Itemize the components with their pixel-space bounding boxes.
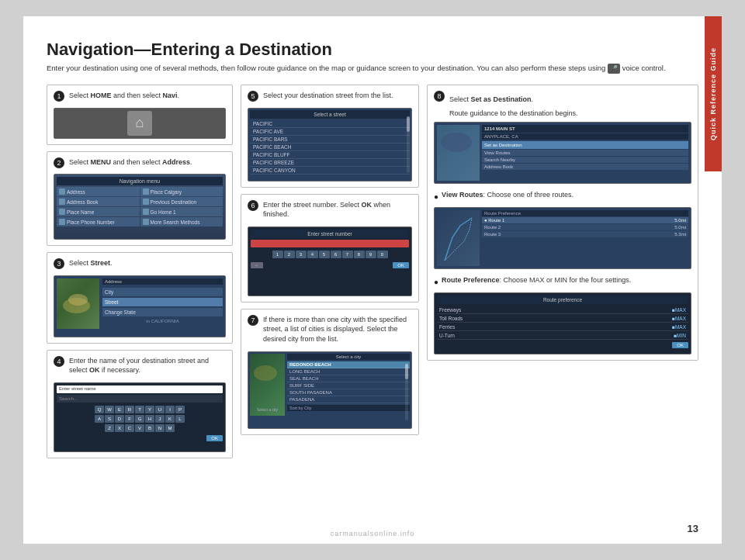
key-p[interactable]: P bbox=[175, 406, 185, 413]
route-item-1[interactable]: ● Route 15.0mi bbox=[482, 217, 688, 223]
step-8-box: 8 Select Set as Destination.Route guidan… bbox=[427, 85, 698, 361]
key-f[interactable]: F bbox=[125, 415, 134, 423]
step-7-box: 7 If there is more than one city with th… bbox=[241, 309, 419, 435]
city-surf-side[interactable]: SURF SIDE bbox=[287, 382, 410, 389]
street-item-6[interactable]: PACIFIC BREEZE bbox=[250, 159, 410, 167]
rp-ferries: Ferries ■MAX bbox=[437, 323, 688, 331]
key-d[interactable]: D bbox=[115, 415, 124, 423]
step-4-screen: Enter street name Search... Q W E R T Y … bbox=[54, 382, 226, 452]
key-c[interactable]: C bbox=[125, 424, 134, 432]
key-b[interactable]: B bbox=[145, 424, 154, 432]
step-2-number: 2 bbox=[54, 157, 64, 168]
nav-menu-grid: Address Place Calgary Address Book Previ… bbox=[57, 187, 223, 226]
destination-screen: 1214 MAIN ST ANYPLACE, CA Set as Destina… bbox=[434, 122, 691, 184]
key-z[interactable]: Z bbox=[105, 424, 114, 432]
city-seal-beach[interactable]: SEAL BEACH bbox=[287, 375, 410, 382]
scrollbar-thumb[interactable] bbox=[407, 116, 410, 132]
num-entry-title: Enter street number bbox=[251, 230, 409, 238]
keyboard-row-2: A S D F G H J K L bbox=[57, 415, 223, 423]
key-1[interactable]: 1 bbox=[272, 251, 283, 258]
nav-item-place-name: Place Name bbox=[57, 207, 140, 216]
key-m[interactable]: M bbox=[165, 424, 175, 432]
key-9[interactable]: 9 bbox=[366, 251, 376, 258]
route-item-2[interactable]: Route 25.0mi bbox=[482, 224, 688, 230]
city-scrollbar-thumb[interactable] bbox=[405, 364, 408, 379]
step-2-screen: Navigation menu Address Place Calgary Ad… bbox=[54, 174, 226, 240]
key-q[interactable]: Q bbox=[95, 406, 104, 413]
step-1-header: 1 Select HOME and then select Navi. bbox=[54, 91, 226, 105]
step-5-number: 5 bbox=[248, 91, 258, 102]
key-j[interactable]: J bbox=[155, 415, 165, 423]
view-route-map bbox=[437, 210, 480, 266]
step-8-left: 8 Select Set as Destination.Route guidan… bbox=[434, 91, 691, 354]
step-1-box: 1 Select HOME and then select Navi. ⌂ bbox=[47, 85, 233, 145]
key-n[interactable]: N bbox=[155, 424, 165, 432]
key-u[interactable]: U bbox=[155, 406, 165, 413]
voice-icon: 🎤 bbox=[608, 64, 620, 74]
num-ok-button[interactable]: OK bbox=[393, 262, 409, 268]
nav-item-more: More Search Methods bbox=[140, 217, 224, 226]
rp-ok-button[interactable]: OK bbox=[672, 342, 688, 348]
key-6[interactable]: 6 bbox=[331, 251, 341, 258]
key-i[interactable]: I bbox=[165, 406, 175, 413]
search-nearby-button[interactable]: Search Nearby bbox=[482, 157, 688, 163]
step-3-header: 3 Select Street. bbox=[54, 258, 226, 272]
bullets-section: ● View Routes: Choose one of three route… bbox=[434, 190, 691, 354]
section-tab: Quick Reference Guide bbox=[705, 16, 722, 171]
city-redondo-beach[interactable]: REDONDO BEACH bbox=[287, 361, 410, 368]
route-pref-title: Route preference bbox=[437, 296, 688, 304]
num-back-button[interactable]: ← bbox=[251, 262, 263, 268]
city-south-pasadena[interactable]: SOUTH PASADENA bbox=[287, 389, 410, 396]
step-4-text: Enter the name of your destination stree… bbox=[69, 356, 226, 375]
bullet-dot-2: ● bbox=[434, 276, 438, 288]
key-5[interactable]: 5 bbox=[319, 251, 330, 258]
key-r[interactable]: R bbox=[125, 406, 134, 413]
keyboard-ok-button[interactable]: OK bbox=[206, 435, 223, 441]
view-routes-button[interactable]: View Routes bbox=[482, 150, 688, 156]
street-item-4[interactable]: PACIFIC BEACH bbox=[250, 143, 410, 151]
key-2[interactable]: 2 bbox=[284, 251, 295, 258]
city-scrollbar bbox=[405, 364, 408, 420]
step-6-number: 6 bbox=[248, 200, 258, 211]
page-description: Enter your destination using one of seve… bbox=[47, 63, 698, 74]
scrollbar bbox=[407, 116, 410, 173]
street-item-1[interactable]: PACIFIC bbox=[250, 120, 410, 128]
sort-bar: Sort by City bbox=[287, 405, 410, 411]
city-pasadena[interactable]: PASADENA bbox=[287, 396, 410, 403]
step-7-number: 7 bbox=[248, 315, 258, 326]
route-item-3[interactable]: Route 35.3mi bbox=[482, 231, 688, 237]
step-3-screen: Address City Street Change State in CALI… bbox=[54, 275, 226, 337]
key-y[interactable]: Y bbox=[145, 406, 154, 413]
dest-addr-line2: ANYPLACE, CA bbox=[482, 133, 688, 140]
key-3[interactable]: 3 bbox=[296, 251, 307, 258]
key-a[interactable]: A bbox=[95, 415, 104, 423]
street-item-2[interactable]: PACIFIC AVE bbox=[250, 128, 410, 136]
key-k[interactable]: K bbox=[165, 415, 175, 423]
key-t[interactable]: T bbox=[135, 406, 144, 413]
nav-item-phone: Place Phone Number bbox=[57, 217, 140, 226]
key-e[interactable]: E bbox=[115, 406, 124, 413]
set-as-destination-button[interactable]: Set as Destination bbox=[482, 141, 688, 149]
addr-city: City bbox=[102, 288, 223, 296]
step-8-text: Select Set as Destination.Route guidance… bbox=[449, 95, 578, 117]
street-item-3[interactable]: PACIFIC BARS bbox=[250, 136, 410, 143]
key-7[interactable]: 7 bbox=[342, 251, 353, 258]
key-g[interactable]: G bbox=[135, 415, 144, 423]
street-item-5[interactable]: PACIFIC BLUFF bbox=[250, 151, 410, 159]
address-title: Address bbox=[102, 278, 223, 285]
destination-info: 1214 MAIN ST ANYPLACE, CA Set as Destina… bbox=[482, 125, 688, 181]
route-list: Route Preference ● Route 15.0mi Route 25… bbox=[482, 210, 688, 266]
key-l[interactable]: L bbox=[175, 415, 185, 423]
city-list-title: Select a city bbox=[287, 354, 410, 360]
street-item-7[interactable]: PACIFIC CANYON bbox=[250, 167, 410, 175]
key-8[interactable]: 8 bbox=[354, 251, 365, 258]
key-h[interactable]: H bbox=[145, 415, 154, 423]
city-long-beach[interactable]: LONG BEACH bbox=[287, 368, 410, 375]
address-book-button[interactable]: Address Book bbox=[482, 164, 688, 170]
key-s[interactable]: S bbox=[105, 415, 114, 423]
key-x[interactable]: X bbox=[115, 424, 124, 432]
key-w[interactable]: W bbox=[105, 406, 114, 413]
key-0[interactable]: 0 bbox=[377, 251, 388, 258]
key-v[interactable]: V bbox=[135, 424, 144, 432]
key-4[interactable]: 4 bbox=[307, 251, 318, 258]
